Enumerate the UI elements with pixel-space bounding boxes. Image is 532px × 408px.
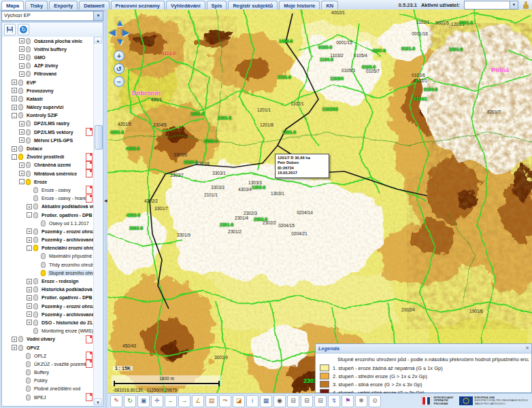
identify-tool-button[interactable]: ✛ — [151, 395, 163, 407]
layer-bulb-icon[interactable] — [33, 195, 38, 201]
tree-item[interactable]: +Historická podkladová — [3, 286, 94, 294]
tree-expander-icon[interactable]: + — [19, 54, 24, 60]
layer-bulb-icon[interactable] — [26, 129, 31, 135]
tree-expander-icon[interactable]: - — [19, 179, 24, 184]
tree-expander-icon[interactable]: + — [19, 71, 24, 77]
tree-item-label[interactable]: Nálezy supervizí — [25, 104, 65, 110]
tree-item[interactable]: +AZP živiny — [3, 62, 94, 70]
layer-bulb-icon[interactable] — [26, 369, 31, 375]
tree-item[interactable]: +Vodní útvary — [3, 335, 94, 343]
refresh-button[interactable]: ↻ — [18, 24, 29, 35]
tree-item-label[interactable]: Historická podkladová — [40, 286, 94, 292]
tree-item[interactable]: Plošné znečištění vod — [3, 385, 94, 393]
tree-item-label[interactable]: AZP živiny — [33, 63, 59, 69]
tree-item-label[interactable]: Maximální přípustné ho — [48, 253, 94, 259]
tree-item-label[interactable]: Eroze — [33, 179, 48, 185]
area-tool-button[interactable]: ◪ — [233, 395, 245, 407]
print-list-tool-button[interactable]: ⊟ — [314, 395, 327, 407]
layer-bulb-icon[interactable] — [33, 294, 38, 301]
layer-bulb-icon[interactable] — [33, 203, 38, 209]
pan-forward-tool-button[interactable]: → — [178, 395, 190, 407]
layer-bulb-icon[interactable] — [26, 361, 31, 367]
tree-expander-icon[interactable]: + — [27, 237, 32, 243]
layer-bulb-icon[interactable] — [41, 253, 46, 259]
layer-bulb-icon[interactable] — [33, 311, 38, 318]
layer-bulb-icon[interactable] — [33, 245, 38, 251]
edit-tool-button[interactable]: ✎ — [110, 395, 122, 407]
tree-item-label[interactable]: Poldry — [33, 377, 49, 384]
layer-legend-doc-icon[interactable] — [86, 161, 93, 169]
tree-item-label[interactable]: Pozemky - erozní ohrož — [40, 228, 94, 235]
print-report-tool-button[interactable]: ⊟ — [301, 395, 313, 407]
tree-item-label[interactable]: Protier. opatření - DPB — [40, 294, 94, 301]
tree-expander-icon[interactable]: + — [27, 295, 32, 301]
layer-bulb-icon[interactable] — [33, 328, 38, 334]
paint-tool-button[interactable]: ✑ — [219, 395, 231, 407]
zoom-out-icon[interactable]: − — [114, 76, 124, 87]
layer-bulb-icon[interactable] — [33, 187, 38, 193]
tree-item-label[interactable]: Stupně erozního ohrož — [48, 270, 94, 276]
print-map-tool-button[interactable]: ⊟ — [287, 395, 299, 407]
chevron-down-icon[interactable]: ▼ — [510, 1, 518, 9]
tree-expander-icon[interactable]: + — [19, 129, 24, 135]
camera-tool-button[interactable]: ◉ — [273, 395, 286, 407]
tree-item[interactable]: +Filtrované — [3, 70, 94, 78]
layer-bulb-icon[interactable] — [26, 120, 31, 126]
tree-item[interactable]: Poldry — [3, 377, 94, 385]
layer-bulb-icon[interactable] — [26, 377, 31, 384]
tree-item[interactable]: Třídy erozního ohrožení — [3, 260, 94, 269]
layer-bulb-icon[interactable] — [18, 88, 23, 94]
tree-scrollbar[interactable]: ▲ ▼ — [93, 37, 102, 405]
tree-item-label[interactable]: Kontroly SZIF — [25, 112, 59, 118]
flag-tool-button[interactable]: ⚑ — [342, 395, 354, 407]
tree-item-label[interactable]: DSO - historické do 21. — [40, 320, 94, 326]
tree-item[interactable]: -Protier. opatření - DPB — [3, 211, 94, 219]
layer-bulb-icon[interactable] — [26, 71, 31, 77]
tree-item[interactable]: +Protier. opatření - DPB — [3, 294, 94, 302]
layer-bulb-icon[interactable] — [18, 96, 23, 102]
tree-item-label[interactable]: Aktuální podkladová vr — [40, 203, 94, 209]
tree-item-label[interactable]: Pozemky - erozní ohrož — [40, 303, 94, 309]
layer-legend-doc-icon[interactable] — [86, 194, 93, 203]
layer-bulb-icon[interactable] — [33, 212, 38, 218]
tree-item-label[interactable]: Osázená plocha vinic — [33, 38, 84, 44]
tab-tisky[interactable]: Tisky — [25, 1, 48, 10]
layer-bulb-icon[interactable] — [26, 46, 31, 52]
tree-item-label[interactable]: Nitrátová směrnice — [33, 171, 78, 177]
tree-item-label[interactable]: Osevy od 1.1.2017 — [48, 220, 90, 226]
tree-item[interactable]: +Nitrátová směrnice — [3, 169, 94, 177]
tree-item[interactable]: Maximální přípustné ho — [3, 252, 94, 260]
tree-item[interactable]: Eroze - osevy - hranice — [3, 194, 94, 203]
layer-legend-doc-icon[interactable] — [86, 335, 93, 343]
tree-expander-icon[interactable]: + — [19, 163, 24, 168]
tree-item-label[interactable]: Protier. opatření - DPB — [40, 212, 94, 218]
tree-expander-icon[interactable]: + — [12, 146, 17, 152]
tree-expander-icon[interactable]: + — [19, 63, 24, 69]
layer-bulb-icon[interactable] — [41, 220, 46, 226]
tree-item[interactable]: +OPVZ — [3, 343, 94, 352]
layer-legend-doc-icon[interactable] — [86, 186, 93, 194]
tree-item[interactable]: Buffery — [3, 369, 94, 377]
layer-bulb-icon[interactable] — [26, 38, 31, 44]
tree-item[interactable]: +GMO — [3, 53, 94, 61]
scroll-down-icon[interactable]: ▼ — [94, 398, 102, 405]
tree-item[interactable]: +Katastr — [3, 95, 94, 103]
tree-item-label[interactable]: Buffery — [33, 369, 50, 375]
tree-item-label[interactable]: EVP — [25, 80, 37, 86]
layer-bulb-icon[interactable] — [26, 54, 31, 61]
gps-tool-button[interactable]: ↯ — [328, 395, 340, 407]
tree-expander-icon[interactable]: + — [19, 121, 24, 126]
tree-item-label[interactable]: Katastr — [25, 96, 44, 102]
tree-item-label[interactable]: Měření LPIS-GPS — [33, 137, 74, 143]
layer-bulb-icon[interactable] — [18, 336, 23, 342]
layer-bulb-icon[interactable] — [26, 394, 31, 401]
layer-bulb-icon[interactable] — [26, 179, 31, 185]
tree-expander-icon[interactable]: + — [12, 80, 17, 85]
save-button[interactable] — [4, 24, 16, 35]
tab-mapa[interactable]: Mapa — [1, 1, 24, 10]
tree-expander-icon[interactable]: - — [12, 154, 17, 160]
tree-item-label[interactable]: Plošné znečištění vod — [33, 386, 82, 392]
tree-item-label[interactable]: Chráněná území — [33, 162, 72, 168]
layer-bulb-icon[interactable] — [18, 146, 23, 152]
layers-tool-button[interactable]: ▣ — [137, 395, 150, 407]
